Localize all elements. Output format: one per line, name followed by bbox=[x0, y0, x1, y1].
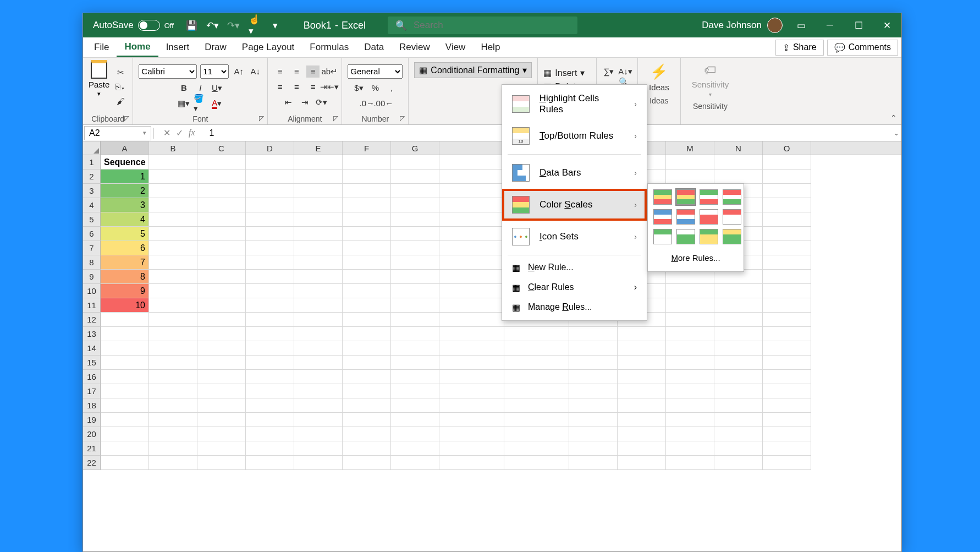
dialog-launcher-icon[interactable]: ◸ bbox=[333, 114, 338, 122]
cell[interactable] bbox=[439, 212, 504, 227]
row-header[interactable]: 15 bbox=[83, 356, 101, 370]
cell[interactable] bbox=[149, 356, 197, 370]
cell[interactable] bbox=[197, 427, 246, 441]
cell[interactable] bbox=[391, 456, 439, 470]
currency-icon[interactable]: $▾ bbox=[352, 82, 365, 94]
align-bottom-icon[interactable]: ≡ bbox=[306, 65, 320, 78]
cell[interactable] bbox=[343, 370, 391, 384]
cell[interactable] bbox=[391, 155, 439, 170]
cell[interactable] bbox=[666, 370, 714, 384]
cell[interactable] bbox=[763, 456, 811, 470]
menu-manage-rules[interactable]: ▦ Manage Rules... bbox=[502, 297, 647, 317]
cell[interactable] bbox=[246, 212, 294, 227]
enter-formula-icon[interactable]: ✓ bbox=[176, 128, 183, 138]
tab-view[interactable]: View bbox=[438, 39, 474, 56]
cell[interactable]: Sequence bbox=[101, 155, 149, 170]
row-header[interactable]: 6 bbox=[83, 227, 101, 241]
cell[interactable] bbox=[439, 384, 504, 398]
column-header[interactable]: A bbox=[101, 141, 149, 155]
cell[interactable] bbox=[666, 155, 714, 170]
color-scale-option[interactable] bbox=[676, 189, 695, 205]
cell[interactable] bbox=[197, 398, 246, 413]
cell[interactable] bbox=[391, 255, 439, 270]
cell[interactable] bbox=[666, 441, 714, 456]
column-header[interactable]: N bbox=[714, 141, 763, 155]
cell[interactable] bbox=[714, 284, 763, 298]
cell[interactable] bbox=[391, 184, 439, 198]
cell[interactable] bbox=[763, 384, 811, 398]
cell[interactable] bbox=[343, 384, 391, 398]
cell[interactable] bbox=[197, 198, 246, 212]
cell[interactable] bbox=[439, 270, 504, 284]
row-header[interactable]: 4 bbox=[83, 198, 101, 212]
cell[interactable] bbox=[197, 313, 246, 327]
comma-style-icon[interactable]: , bbox=[385, 82, 398, 94]
cell[interactable] bbox=[714, 370, 763, 384]
cell[interactable] bbox=[294, 184, 343, 198]
minimize-button[interactable]: ─ bbox=[816, 13, 844, 37]
search-input[interactable] bbox=[414, 20, 570, 31]
color-scale-option[interactable] bbox=[723, 189, 741, 205]
decrease-font-icon[interactable]: A↓ bbox=[249, 65, 262, 78]
cell[interactable] bbox=[391, 227, 439, 241]
name-box[interactable]: A2 ▾ bbox=[84, 126, 151, 140]
cell[interactable] bbox=[246, 170, 294, 184]
cell[interactable] bbox=[439, 184, 504, 198]
cell[interactable] bbox=[294, 341, 343, 356]
cell[interactable] bbox=[246, 227, 294, 241]
color-scale-option[interactable] bbox=[653, 229, 672, 244]
cell[interactable] bbox=[197, 341, 246, 356]
cell[interactable] bbox=[197, 170, 246, 184]
cell[interactable] bbox=[149, 227, 197, 241]
color-scale-option[interactable] bbox=[700, 229, 718, 244]
cell[interactable] bbox=[439, 327, 504, 341]
cell[interactable] bbox=[294, 427, 343, 441]
cell[interactable] bbox=[714, 384, 763, 398]
cell[interactable] bbox=[197, 384, 246, 398]
cell[interactable] bbox=[197, 413, 246, 427]
cell[interactable] bbox=[391, 413, 439, 427]
cell[interactable] bbox=[618, 441, 666, 456]
cell[interactable] bbox=[714, 313, 763, 327]
cell[interactable] bbox=[149, 298, 197, 313]
cell[interactable] bbox=[101, 413, 149, 427]
cell[interactable] bbox=[246, 356, 294, 370]
cell[interactable] bbox=[763, 241, 811, 255]
cell[interactable] bbox=[149, 384, 197, 398]
cell[interactable] bbox=[763, 370, 811, 384]
cell[interactable] bbox=[246, 427, 294, 441]
cell[interactable] bbox=[343, 313, 391, 327]
align-center-icon[interactable]: ≡ bbox=[290, 81, 303, 93]
cell[interactable] bbox=[439, 155, 504, 170]
wrap-text-icon[interactable]: ab↵ bbox=[323, 65, 336, 78]
cell[interactable] bbox=[149, 427, 197, 441]
font-name-select[interactable]: Calibri bbox=[139, 64, 197, 79]
cell[interactable] bbox=[197, 212, 246, 227]
row-header[interactable]: 16 bbox=[83, 370, 101, 384]
row-header[interactable]: 8 bbox=[83, 255, 101, 270]
comments-button[interactable]: 💬Comments bbox=[827, 40, 898, 56]
increase-indent-icon[interactable]: ⇥ bbox=[298, 96, 311, 108]
cell[interactable] bbox=[439, 284, 504, 298]
expand-formula-bar-icon[interactable]: ⌄ bbox=[894, 129, 899, 137]
cell[interactable] bbox=[343, 255, 391, 270]
cell[interactable] bbox=[763, 155, 811, 170]
cell[interactable] bbox=[714, 456, 763, 470]
cell[interactable] bbox=[101, 398, 149, 413]
cell[interactable] bbox=[246, 370, 294, 384]
cell[interactable] bbox=[618, 384, 666, 398]
tab-file[interactable]: File bbox=[86, 39, 117, 56]
cell[interactable] bbox=[504, 427, 569, 441]
ribbon-display-icon[interactable]: ▭ bbox=[797, 20, 806, 31]
row-header[interactable]: 21 bbox=[83, 441, 101, 456]
cell[interactable] bbox=[714, 427, 763, 441]
cell[interactable] bbox=[149, 241, 197, 255]
align-top-icon[interactable]: ≡ bbox=[273, 65, 287, 78]
cell[interactable] bbox=[294, 384, 343, 398]
cell[interactable] bbox=[504, 356, 569, 370]
cell[interactable]: 10 bbox=[101, 298, 149, 313]
cell[interactable] bbox=[763, 413, 811, 427]
cell[interactable] bbox=[197, 456, 246, 470]
cell[interactable] bbox=[569, 356, 618, 370]
insert-cells-button[interactable]: ▦Insert ▾ bbox=[543, 68, 585, 78]
